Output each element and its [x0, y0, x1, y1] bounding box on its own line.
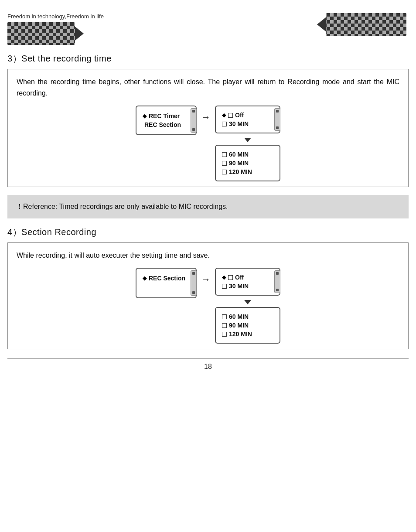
checkbox-60: [222, 152, 227, 157]
checkbox-602: [222, 314, 227, 319]
option-30min: 30 MIN: [222, 120, 270, 127]
option-30min2: 30 MIN: [222, 283, 270, 290]
section3-info-text: When the recording time begins, other fu…: [17, 76, 399, 99]
120min2-label: 120 MIN: [229, 331, 252, 338]
90min-label: 90 MIN: [229, 160, 249, 167]
30min-label: 30 MIN: [229, 120, 249, 127]
logo-right: [313, 13, 409, 36]
section4-heading: 4）Section Recording: [7, 226, 409, 238]
arrow-right2: →: [201, 274, 211, 285]
svg-rect-10: [326, 13, 406, 36]
svg-marker-11: [317, 17, 326, 31]
arrow-right: →: [201, 112, 211, 123]
120min-label: 120 MIN: [229, 168, 252, 175]
diamond-icon-off: ◆: [222, 112, 226, 118]
svg-marker-5: [75, 27, 84, 41]
30min2-label: 30 MIN: [229, 283, 249, 290]
section3-heading: 3）Set the recording time: [7, 53, 409, 65]
section4-info-text: While recording, it will auto executer t…: [17, 250, 399, 261]
tagline: Freedom in technology,Freedom in life: [7, 13, 104, 20]
scrollbar-top-right2: [274, 270, 280, 293]
section4-diagram: ◆ REC Section → ◆ Off 3: [17, 268, 399, 344]
checkbox-120: [222, 170, 227, 174]
rec-section-label: REC Section: [144, 121, 181, 128]
menu-item-rec-section2: ◆ REC Section: [143, 275, 186, 282]
reference-box: ！Reference: Timed recordings are only av…: [7, 195, 409, 218]
reference-text: ！Reference: Timed recordings are only av…: [16, 203, 228, 210]
90min2-label: 90 MIN: [229, 322, 249, 329]
menu-item-rec-section: REC Section: [143, 121, 186, 128]
checkbox-90: [222, 161, 227, 166]
option-off2: ◆ Off: [222, 274, 270, 281]
option-90min: 90 MIN: [222, 160, 273, 167]
diamond-icon2: ◆: [143, 275, 147, 281]
checkbox-off2: [228, 275, 233, 280]
option-off: ◆ Off: [222, 112, 270, 119]
svg-rect-4: [7, 22, 75, 45]
menu-item-rec-timer: ◆ REC Timer: [143, 113, 186, 119]
section4-dropdown-top: ◆ Off 30 MIN: [215, 268, 280, 296]
section4-menu-left: ◆ REC Section: [136, 268, 197, 298]
option-120min2: 120 MIN: [222, 331, 273, 338]
rec-section2-label: REC Section: [149, 275, 185, 282]
diamond-icon: ◆: [143, 113, 147, 119]
section4-info-box: While recording, it will auto executer t…: [7, 242, 409, 350]
section3-menu-left: ◆ REC Timer REC Section: [136, 106, 197, 135]
section3-dropdown-top: ◆ Off 30 MIN: [215, 106, 280, 133]
option-60min2: 60 MIN: [222, 313, 273, 320]
section4-dropdown-group: ◆ Off 30 MIN 60 MIN: [215, 268, 280, 344]
section3-info-box: When the recording time begins, other fu…: [7, 69, 409, 187]
page-footer: 18: [7, 358, 409, 371]
section4-dropdown-bottom: 60 MIN 90 MIN 120 MIN: [215, 307, 280, 344]
off2-label: Off: [235, 274, 244, 281]
60min2-label: 60 MIN: [229, 313, 249, 320]
off-label: Off: [235, 112, 244, 119]
diamond-icon-off2: ◆: [222, 274, 226, 280]
header: Freedom in technology,Freedom in life: [7, 13, 409, 45]
section3-dropdown-bottom: 60 MIN 90 MIN 120 MIN: [215, 145, 280, 181]
dropdown-arrow2: [244, 300, 251, 304]
checkbox-302: [222, 284, 227, 289]
dropdown-arrow: [244, 138, 251, 142]
section3-diagram: ◆ REC Timer REC Section → ◆ Off: [17, 106, 399, 181]
page-number: 18: [204, 363, 212, 370]
rec-timer-label: REC Timer: [149, 113, 180, 119]
checkbox-1202: [222, 332, 227, 337]
checkbox-902: [222, 323, 227, 328]
checkbox-off: [228, 113, 233, 118]
option-90min2: 90 MIN: [222, 322, 273, 329]
scrollbar-top-right: [274, 108, 280, 131]
option-120min: 120 MIN: [222, 168, 273, 175]
60min-label: 60 MIN: [229, 151, 249, 158]
logo-left: [7, 22, 86, 45]
scrollbar-left2: [191, 270, 197, 296]
scrollbar-left: [191, 108, 197, 133]
section3-dropdown-group: ◆ Off 30 MIN 60 MIN: [215, 106, 280, 181]
header-left: Freedom in technology,Freedom in life: [7, 13, 104, 45]
checkbox-30: [222, 122, 227, 126]
option-60min: 60 MIN: [222, 151, 273, 158]
